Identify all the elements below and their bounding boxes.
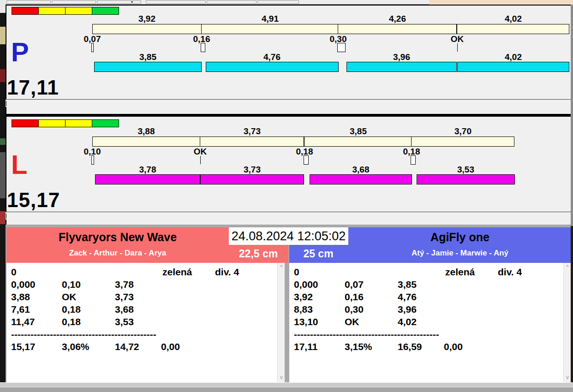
team-right-scrollbar[interactable]: ^ v xyxy=(563,263,571,382)
box-loss-indicator xyxy=(337,43,346,52)
result-cell: zelená xyxy=(445,266,475,278)
segment-gross-bar xyxy=(304,137,412,147)
toolbar-button[interactable] xyxy=(97,0,141,4)
toolbar-button[interactable] xyxy=(52,0,96,4)
box-loss-indicator xyxy=(201,43,205,52)
result-totals-row: 17,113,15%16,590,00 xyxy=(289,340,563,353)
lane-total-time: 15,17 xyxy=(7,190,60,210)
result-cell: 11,47 xyxy=(11,315,35,328)
result-cell: OK xyxy=(345,315,359,328)
result-row: 0,0000,073,85 xyxy=(289,278,563,291)
status-light-0 xyxy=(12,119,39,127)
segment-gross-bar xyxy=(457,24,569,34)
segment-net-bar xyxy=(346,62,457,72)
result-separator-row: ----------------------------------------… xyxy=(289,328,563,340)
scroll-up-icon[interactable]: ^ xyxy=(564,264,571,271)
result-cell: 0,000 xyxy=(294,278,318,291)
box-loss-indicator xyxy=(91,43,94,52)
segment-net-time: 3,73 xyxy=(200,165,304,175)
team-right-members: Atý - Jamie - Marwie - Aný xyxy=(349,249,571,258)
scroll-down-icon[interactable]: v xyxy=(564,374,571,381)
background-desktop-strip xyxy=(429,0,573,5)
lane-letter-P: P xyxy=(11,40,29,65)
background-right-strip-bottom xyxy=(571,226,573,392)
result-row: 3,88OK3,73 xyxy=(6,291,277,303)
window-top-border xyxy=(6,5,571,6)
toolbar-button[interactable] xyxy=(257,0,299,4)
status-light-1 xyxy=(38,7,66,15)
segment-gross-time: 4,02 xyxy=(457,14,569,24)
window-bottom-border xyxy=(0,382,573,387)
result-cell: 14,72 xyxy=(115,340,139,353)
result-row: 3,920,164,76 xyxy=(289,291,563,303)
result-cell: 17,11 xyxy=(294,340,317,353)
result-cell: OK xyxy=(62,291,77,303)
ok-pass-indicator xyxy=(457,43,458,52)
box-time-label: OK xyxy=(179,147,221,157)
result-cell: 0,07 xyxy=(345,278,364,291)
result-row: 11,470,183,53 xyxy=(6,315,277,328)
segment-gross-time: 4,91 xyxy=(202,14,339,24)
segment-net-bar xyxy=(417,174,515,184)
segment-net-bar xyxy=(200,174,304,184)
segment-gross-time: 3,88 xyxy=(92,126,200,137)
result-cell: 0 xyxy=(11,266,17,278)
dropdown-arrow-icon[interactable]: ▾ xyxy=(131,0,133,4)
result-cell: 3,96 xyxy=(398,303,417,315)
result-separator-row: ----------------------------------------… xyxy=(6,328,277,340)
result-cell: 3,06% xyxy=(62,340,90,353)
datetime-display: 24.08.2024 12:05:02 xyxy=(229,227,348,245)
result-cell: 3,15% xyxy=(345,340,372,353)
result-cell: 3,85 xyxy=(398,278,417,291)
lane-letter-L: L xyxy=(11,152,27,177)
toolbar-button[interactable] xyxy=(207,0,257,4)
background-toolbar: ▾ xyxy=(6,0,429,5)
background-left-strip xyxy=(0,0,6,392)
box-loss-indicator xyxy=(411,155,416,165)
result-cell: 16,59 xyxy=(398,340,422,353)
segment-gross-time: 3,85 xyxy=(304,126,412,137)
status-light-2 xyxy=(65,119,92,127)
segment-net-bar xyxy=(94,62,202,72)
result-cell: 4,02 xyxy=(398,315,417,328)
result-cell: 0,00 xyxy=(444,340,463,353)
segment-net-time: 4,02 xyxy=(457,52,569,62)
result-cell: 0,10 xyxy=(62,278,81,291)
segment-net-bar xyxy=(457,62,569,72)
segment-net-time: 3,96 xyxy=(346,52,457,62)
lane-divider xyxy=(6,114,571,117)
text-cursor-tick xyxy=(6,101,6,106)
background-right-strip-top xyxy=(571,5,573,226)
result-cell: 3,53 xyxy=(115,315,134,328)
team-left-name: Flyvaryors New Wave xyxy=(6,231,229,244)
scroll-up-icon[interactable]: ^ xyxy=(278,264,285,271)
ok-pass-indicator xyxy=(200,156,201,164)
toolbar-button[interactable] xyxy=(6,0,51,4)
team-left-jump-height: 22,5 cm xyxy=(231,248,286,260)
segment-gross-bar xyxy=(411,137,514,147)
toolbar-button[interactable] xyxy=(146,0,206,4)
team-right-jump-height: 25 cm xyxy=(293,248,344,260)
result-cell: div. 4 xyxy=(498,266,522,278)
result-cell: zelená xyxy=(162,266,192,278)
result-cell: ----------------------------------------… xyxy=(294,328,439,340)
segment-net-bar xyxy=(206,62,339,72)
result-cell: 3,78 xyxy=(115,278,134,291)
box-loss-indicator xyxy=(304,155,309,165)
team-left-scrollbar[interactable]: ^ v xyxy=(277,263,285,382)
segment-gross-bar xyxy=(92,24,202,34)
result-cell: 13,10 xyxy=(294,315,318,328)
result-cell: 0,16 xyxy=(345,291,364,303)
result-cell: 0 xyxy=(294,266,299,278)
result-cell: 8,83 xyxy=(294,303,313,315)
box-time-label: OK xyxy=(436,34,478,44)
result-row: 8,830,303,96 xyxy=(289,303,563,315)
result-totals-row: 15,173,06%14,720,00 xyxy=(6,340,277,353)
result-cell: 3,92 xyxy=(294,291,313,303)
lane-total-time: 17,11 xyxy=(7,77,59,98)
result-cell: 0,18 xyxy=(62,303,81,315)
segment-net-bar xyxy=(310,174,412,184)
team-right-name: AgiFly one xyxy=(349,231,571,244)
scroll-down-icon[interactable]: v xyxy=(278,374,285,381)
flyball-timing-screen: ▾ 3,920,073,854,910,164,764,260,303,964,… xyxy=(0,0,573,392)
